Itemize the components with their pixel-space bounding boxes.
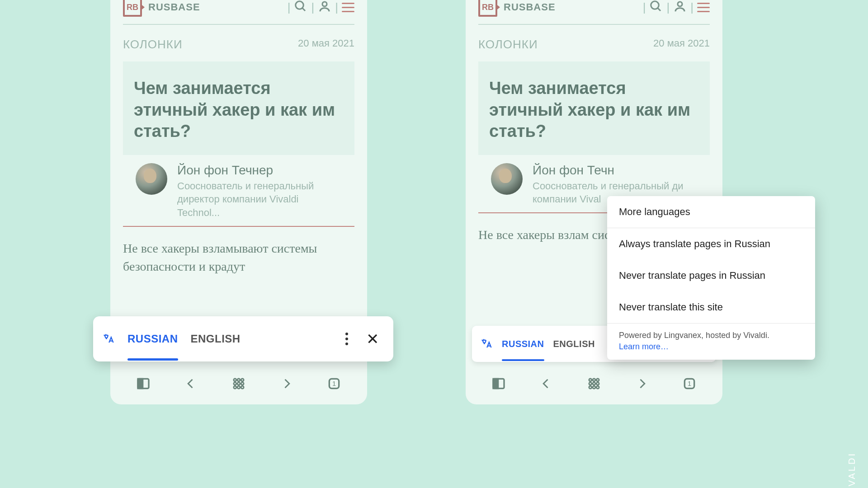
author-role: Сооснователь и генеральный директор комп… [177,179,342,220]
article-date: 20 мая 2021 [298,38,354,52]
translate-icon [102,333,115,345]
article-title: Чем занимается этичный хакер и как им ст… [489,78,699,142]
translate-tab-source[interactable]: RUSSIAN [502,339,544,349]
popup-footer: Powered by Lingvanex, hosted by Vivaldi.… [607,324,815,360]
menu-never-translate-lang[interactable]: Never translate pages in Russian [607,260,815,291]
article-body: Не все хакеры взламывают системы безопас… [110,227,367,276]
separator: | [335,0,338,14]
svg-point-16 [651,1,659,9]
translate-tab-target[interactable]: ENGLISH [553,339,595,349]
hamburger-menu-icon[interactable] [697,3,710,12]
logo-badge: RB [123,0,142,17]
panel-icon[interactable] [134,375,152,393]
svg-point-18 [678,2,682,6]
author-avatar [491,163,523,195]
forward-icon[interactable] [278,375,296,393]
svg-point-2 [322,2,327,6]
author-name: Йон фон Течнер [177,163,342,178]
back-icon[interactable] [537,375,555,393]
article-title-block: Чем занимается этичный хакер и как им ст… [123,61,354,155]
article-category[interactable]: КОЛОНКИ [478,38,538,52]
author-name: Йон фон Течн [533,163,697,178]
translate-options-popup: More languages Always translate pages in… [607,196,815,360]
svg-point-22 [593,379,595,381]
back-icon[interactable] [182,375,200,393]
svg-point-11 [234,386,236,389]
svg-rect-4 [138,379,143,388]
svg-point-9 [237,382,240,385]
translate-tab-source[interactable]: RUSSIAN [127,333,178,345]
logo-badge: RB [478,0,497,17]
vivaldi-watermark: ▶ VIVALDI [847,452,857,488]
svg-line-17 [658,8,660,11]
search-icon[interactable] [649,0,663,15]
speed-dial-icon[interactable] [585,375,603,393]
browser-bottom-nav: 1 [110,363,367,404]
svg-point-5 [234,379,236,381]
forward-icon[interactable] [633,375,651,393]
more-options-icon[interactable] [342,329,352,349]
svg-point-23 [596,379,599,381]
separator: | [311,0,314,14]
article-date: 20 мая 2021 [653,38,710,52]
user-icon[interactable] [318,0,331,15]
svg-point-29 [596,386,599,389]
svg-point-13 [241,386,244,389]
site-logo[interactable]: RB RUSBASE [478,0,556,17]
menu-never-translate-site[interactable]: Never translate this site [607,291,815,323]
separator: | [288,0,291,14]
panel-icon[interactable] [490,375,508,393]
article-title-block: Чем занимается этичный хакер и как им ст… [478,61,710,155]
translate-tab-target[interactable]: ENGLISH [191,333,241,345]
svg-point-28 [593,386,595,389]
article-category[interactable]: КОЛОНКИ [123,38,183,52]
search-icon[interactable] [294,0,307,15]
site-header: RB RUSBASE | | | [466,0,722,24]
svg-point-21 [589,379,592,381]
tabs-icon[interactable]: 1 [325,375,343,393]
svg-point-6 [237,379,240,381]
svg-point-12 [237,386,240,389]
logo-text: RUSBASE [504,1,556,13]
svg-point-26 [596,382,599,385]
author-avatar [136,163,167,195]
site-header: RB RUSBASE | | | [110,0,367,24]
svg-point-24 [589,382,592,385]
svg-rect-20 [493,379,498,388]
browser-bottom-nav: 1 [466,363,722,404]
svg-point-27 [589,386,592,389]
hamburger-menu-icon[interactable] [342,3,354,12]
article-title: Чем занимается этичный хакер и как им ст… [134,78,344,142]
menu-always-translate[interactable]: Always translate pages in Russian [607,228,815,260]
translate-icon [480,338,493,350]
menu-more-languages[interactable]: More languages [607,196,815,228]
svg-point-25 [593,382,595,385]
author-block[interactable]: Йон фон Течнер Сооснователь и генеральны… [123,155,354,227]
tabs-icon[interactable]: 1 [680,375,698,393]
svg-line-1 [302,8,305,11]
svg-text:1: 1 [688,380,691,387]
site-logo[interactable]: RB RUSBASE [123,0,200,17]
svg-text:1: 1 [332,380,336,387]
svg-point-7 [241,379,244,381]
user-icon[interactable] [673,0,687,15]
learn-more-link[interactable]: Learn more… [619,342,803,352]
svg-point-10 [241,382,244,385]
close-icon[interactable]: ✕ [364,328,381,350]
logo-text: RUSBASE [148,1,200,13]
svg-point-0 [296,1,304,9]
translate-bar: RUSSIAN ENGLISH ✕ [93,316,393,361]
svg-point-8 [234,382,236,385]
speed-dial-icon[interactable] [230,375,248,393]
powered-by-text: Powered by Lingvanex, hosted by Vivaldi. [619,331,769,340]
